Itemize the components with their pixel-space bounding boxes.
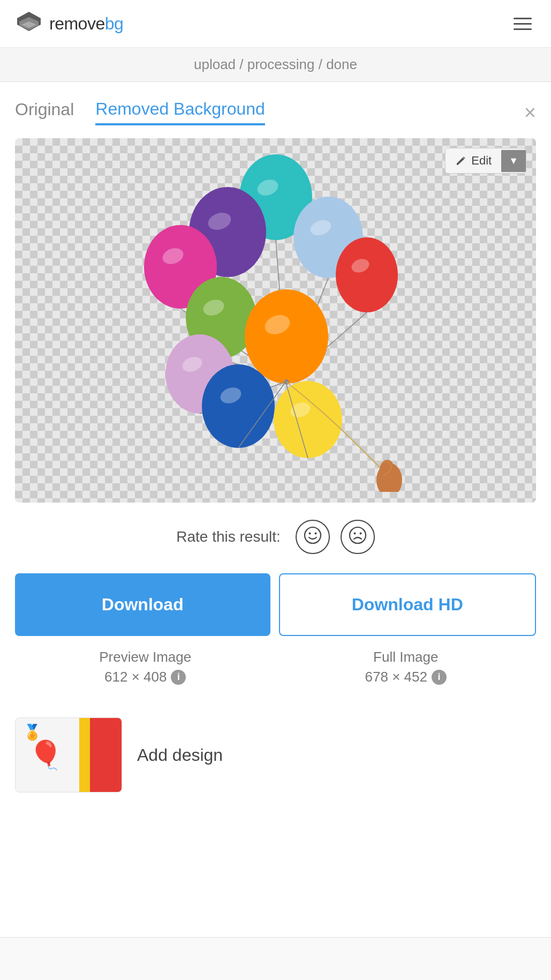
svg-point-37 xyxy=(308,532,311,534)
design-balloon-icon: 🎈 xyxy=(28,739,63,772)
sad-face-icon xyxy=(349,526,367,548)
full-image-label: Full Image xyxy=(276,649,537,665)
tab-removed-background[interactable]: Removed Background xyxy=(95,99,265,125)
tabs: Original Removed Background xyxy=(15,99,265,125)
add-design-label[interactable]: Add design xyxy=(137,745,223,765)
logo-remove: remove xyxy=(49,14,105,33)
sub-header-text: upload / processing / done xyxy=(194,56,357,72)
tab-original[interactable]: Original xyxy=(15,100,74,125)
tabs-container: Original Removed Background × xyxy=(15,99,536,125)
rating-label: Rate this result: xyxy=(176,528,281,545)
svg-point-36 xyxy=(305,527,321,543)
preview-image-dims: 612 × 408 i xyxy=(15,669,276,685)
full-image-dimensions: 678 × 452 xyxy=(365,669,427,685)
full-info-icon[interactable]: i xyxy=(432,670,447,685)
logo: removebg xyxy=(15,10,123,38)
header: removebg xyxy=(0,0,551,48)
svg-point-39 xyxy=(350,527,366,543)
image-info: Preview Image 612 × 408 i Full Image 678… xyxy=(15,649,536,685)
svg-point-27 xyxy=(202,364,275,448)
balloons-svg xyxy=(137,149,415,492)
happy-face-icon xyxy=(304,526,322,548)
logo-icon xyxy=(15,10,43,38)
sad-rating-button[interactable] xyxy=(341,520,375,554)
svg-point-30 xyxy=(274,381,342,458)
close-button[interactable]: × xyxy=(524,102,536,123)
rating-icons xyxy=(296,520,375,554)
edit-label: Edit xyxy=(471,154,492,168)
preview-image-label: Preview Image xyxy=(15,649,276,665)
image-preview: Edit ▼ xyxy=(15,138,536,503)
edit-main: Edit xyxy=(446,148,501,173)
design-thumbnail: 🏅 🎈 xyxy=(15,717,122,792)
balloon-image xyxy=(15,138,536,503)
svg-point-15 xyxy=(336,237,398,312)
main-content: Original Removed Background × xyxy=(0,82,551,825)
svg-point-21 xyxy=(245,289,328,384)
edit-button-container: Edit ▼ xyxy=(445,148,526,174)
download-button[interactable]: Download xyxy=(15,573,270,636)
edit-dropdown-arrow[interactable]: ▼ xyxy=(501,150,526,172)
svg-point-35 xyxy=(380,460,395,481)
logo-text: removebg xyxy=(49,14,123,34)
hamburger-line-2 xyxy=(514,23,532,25)
hamburger-line-1 xyxy=(514,18,532,19)
full-image-dims: 678 × 452 i xyxy=(276,669,537,685)
preview-image-info: Preview Image 612 × 408 i xyxy=(15,649,276,685)
svg-point-40 xyxy=(353,532,356,534)
full-image-info: Full Image 678 × 452 i xyxy=(276,649,537,685)
pencil-icon xyxy=(455,155,467,167)
download-hd-button[interactable]: Download HD xyxy=(279,573,537,636)
hamburger-line-3 xyxy=(514,28,532,30)
logo-bg: bg xyxy=(105,14,124,33)
download-section: Download Download HD xyxy=(15,573,536,636)
happy-rating-button[interactable] xyxy=(296,520,330,554)
preview-info-icon[interactable]: i xyxy=(171,670,186,685)
checker-background: Edit ▼ xyxy=(15,138,536,503)
bottom-bar xyxy=(0,937,551,980)
sub-header: upload / processing / done xyxy=(0,48,551,82)
add-design-section[interactable]: 🏅 🎈 Add design xyxy=(15,707,536,803)
preview-image-dimensions: 612 × 408 xyxy=(104,669,167,685)
edit-button[interactable]: Edit ▼ xyxy=(445,148,526,174)
svg-point-41 xyxy=(359,532,361,534)
rating-section: Rate this result: xyxy=(15,520,536,554)
design-thumb-inner: 🏅 🎈 xyxy=(16,718,122,792)
hamburger-button[interactable] xyxy=(509,13,536,34)
svg-point-38 xyxy=(314,532,316,534)
